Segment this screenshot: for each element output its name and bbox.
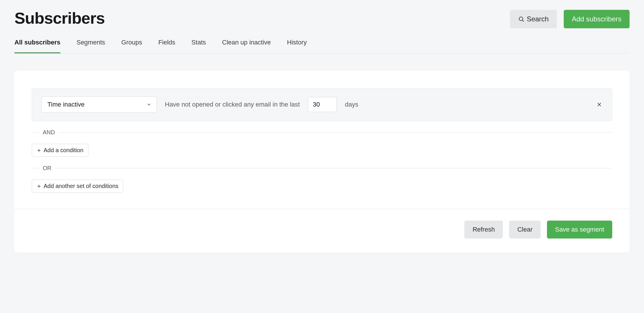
card-footer: Refresh Clear Save as segment [14, 209, 630, 252]
close-icon [596, 102, 602, 107]
tab-history[interactable]: History [287, 33, 307, 53]
add-condition-group-button[interactable]: Add another set of conditions [32, 180, 123, 193]
search-button[interactable]: Search [510, 10, 557, 28]
tab-groups[interactable]: Groups [121, 33, 142, 53]
tab-segments[interactable]: Segments [77, 33, 105, 53]
add-subscribers-label: Add subscribers [572, 15, 621, 23]
page-title: Subscribers [14, 9, 105, 27]
tab-all-subscribers[interactable]: All subscribers [14, 33, 60, 53]
condition-type-value: Time inactive [47, 101, 85, 108]
condition-row: Time inactive Have not opened or clicked… [32, 88, 612, 121]
search-icon [518, 16, 524, 22]
days-unit: days [345, 101, 358, 108]
tab-fields[interactable]: Fields [158, 33, 175, 53]
tab-stats[interactable]: Stats [191, 33, 206, 53]
plus-icon [37, 184, 41, 189]
tabs-nav: All subscribers Segments Groups Fields S… [14, 33, 630, 53]
chevron-down-icon [147, 102, 151, 107]
and-label: AND [43, 129, 55, 136]
filter-card: Time inactive Have not opened or clicked… [14, 71, 630, 252]
remove-condition-button[interactable] [595, 100, 604, 109]
days-input[interactable] [308, 97, 337, 112]
add-condition-group-label: Add another set of conditions [44, 183, 118, 189]
clear-button[interactable]: Clear [509, 221, 541, 239]
tab-clean-up-inactive[interactable]: Clean up inactive [222, 33, 271, 53]
condition-description: Have not opened or clicked any email in … [165, 101, 300, 108]
and-divider: AND [32, 129, 612, 136]
add-condition-label: Add a condition [44, 147, 83, 154]
svg-line-1 [522, 20, 524, 21]
header-actions: Search Add subscribers [510, 10, 630, 28]
or-label: OR [43, 165, 51, 172]
search-label: Search [527, 15, 549, 23]
add-condition-button[interactable]: Add a condition [32, 144, 88, 157]
or-divider: OR [32, 165, 612, 172]
plus-icon [37, 148, 41, 153]
refresh-button[interactable]: Refresh [464, 221, 503, 239]
condition-type-select[interactable]: Time inactive [41, 96, 157, 113]
add-subscribers-button[interactable]: Add subscribers [564, 10, 630, 28]
save-segment-button[interactable]: Save as segment [547, 221, 612, 239]
